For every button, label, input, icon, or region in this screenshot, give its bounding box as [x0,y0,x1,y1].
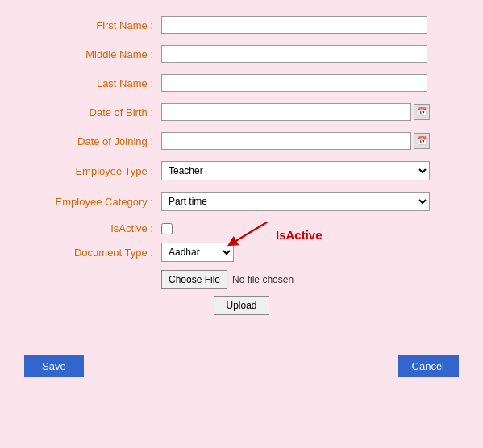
first-name-label: First Name : [24,19,161,31]
first-name-input[interactable] [161,16,427,34]
dob-calendar-icon[interactable]: 📅 [414,104,430,120]
dob-wrapper: 📅 [161,103,430,121]
middle-name-input[interactable] [161,45,427,63]
isactive-annotation-text: IsActive [276,228,323,242]
save-button[interactable]: Save [24,355,84,377]
file-chooser-row: Choose File No file chosen [161,270,459,289]
employee-category-select[interactable]: Part time Full time Contract [161,192,430,211]
employee-category-label: Employee Category : [24,196,161,208]
isactive-label: IsActive : [24,222,161,234]
last-name-input[interactable] [161,74,427,92]
isactive-annotation: IsActive [218,218,323,251]
document-type-label: Document Type : [24,247,161,259]
middle-name-row: Middle Name : [24,45,459,63]
dob-input[interactable] [161,103,411,121]
first-name-row: First Name : [24,16,459,34]
doj-row: Date of Joining : 📅 [24,132,459,150]
doj-wrapper: 📅 [161,132,430,150]
upload-button[interactable]: Upload [214,296,269,315]
last-name-label: Last Name : [24,77,161,89]
bottom-buttons: Save Cancel [0,355,483,377]
employee-category-row: Employee Category : Part time Full time … [24,192,459,211]
upload-row: Upload [24,296,459,315]
dob-row: Date of Birth : 📅 [24,103,459,121]
dob-label: Date of Birth : [24,106,161,118]
choose-file-button[interactable]: Choose File [161,270,227,289]
svg-line-1 [232,222,268,243]
employee-type-select[interactable]: Teacher Staff Admin Other [161,161,430,180]
employee-type-label: Employee Type : [24,165,161,177]
cancel-button[interactable]: Cancel [398,355,459,377]
middle-name-label: Middle Name : [24,48,161,60]
isactive-row: IsActive : IsActive [24,222,459,234]
form-container: First Name : Middle Name : Last Name : D… [0,0,483,347]
doj-input[interactable] [161,132,411,150]
doj-calendar-icon[interactable]: 📅 [414,133,430,149]
isactive-arrow-icon [218,218,274,251]
isactive-checkbox[interactable] [161,223,173,234]
no-file-text: No file chosen [232,274,294,285]
last-name-row: Last Name : [24,74,459,92]
doj-label: Date of Joining : [24,135,161,147]
employee-type-row: Employee Type : Teacher Staff Admin Othe… [24,161,459,180]
